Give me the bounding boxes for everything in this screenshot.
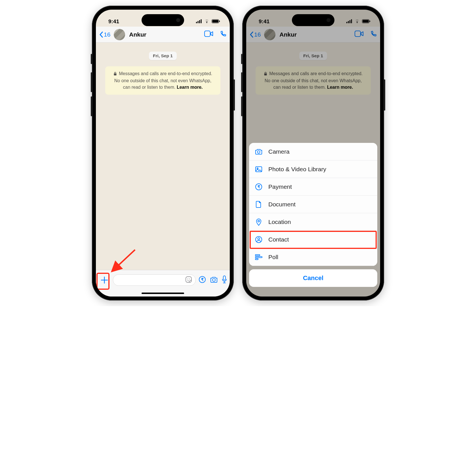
battery-icon: [212, 18, 220, 25]
status-icons: [196, 18, 220, 25]
attachment-action-sheet: Camera Photo & Video Library ₹ Payment: [249, 143, 377, 266]
learn-more-link[interactable]: Learn more.: [177, 85, 203, 90]
svg-line-16: [113, 250, 135, 270]
lock-icon: [113, 71, 117, 77]
volume-down-button[interactable]: [91, 96, 92, 116]
svg-rect-7: [205, 31, 210, 37]
svg-rect-35: [255, 257, 262, 258]
svg-rect-0: [196, 22, 197, 23]
voice-call-button[interactable]: [220, 31, 226, 39]
svg-point-31: [258, 220, 260, 222]
mute-switch[interactable]: [91, 54, 92, 64]
back-count: 16: [104, 31, 110, 38]
action-sheet-overlay[interactable]: Camera Photo & Video Library ₹ Payment: [246, 10, 380, 297]
sheet-item-photo-library[interactable]: Photo & Video Library: [249, 160, 377, 178]
rupee-icon: ₹: [255, 183, 263, 191]
svg-point-11: [189, 278, 190, 279]
avatar[interactable]: [114, 29, 125, 40]
home-indicator[interactable]: [96, 290, 230, 297]
svg-rect-34: [255, 255, 260, 256]
sheet-item-poll[interactable]: Poll: [249, 248, 377, 266]
microphone-icon[interactable]: [222, 276, 227, 285]
svg-point-28: [257, 168, 258, 169]
encryption-line3-prefix: can read or listen to them.: [123, 85, 176, 90]
camera-icon[interactable]: [210, 276, 218, 284]
sheet-item-contact[interactable]: Contact: [249, 231, 377, 248]
sticker-icon[interactable]: [185, 276, 192, 284]
chevron-left-icon: [99, 31, 103, 38]
video-call-button[interactable]: [204, 31, 213, 39]
screen-left: 9:41 16 Ankur: [96, 10, 230, 297]
svg-rect-2: [199, 20, 200, 23]
document-icon: [255, 201, 263, 208]
nav-header: 16 Ankur: [96, 27, 230, 43]
encryption-line2: No one outside of this chat, not even Wh…: [114, 78, 211, 83]
svg-text:₹: ₹: [258, 185, 260, 189]
contact-name[interactable]: Ankur: [129, 31, 202, 38]
cancel-button[interactable]: Cancel: [249, 269, 377, 287]
svg-text:₹: ₹: [201, 277, 204, 282]
svg-rect-1: [198, 21, 199, 23]
volume-up-button[interactable]: [241, 72, 243, 92]
sheet-item-camera[interactable]: Camera: [249, 143, 377, 160]
sheet-item-payment[interactable]: ₹ Payment: [249, 178, 377, 196]
dynamic-island: [142, 14, 184, 26]
cancel-label: Cancel: [303, 274, 323, 282]
power-button[interactable]: [233, 79, 235, 111]
phone-right-frame: 9:41 16 Ankur: [242, 6, 384, 300]
svg-point-26: [258, 151, 260, 153]
cellular-icon: [196, 18, 202, 25]
svg-rect-9: [186, 277, 191, 282]
location-icon: [255, 218, 263, 226]
sheet-item-label: Camera: [268, 148, 290, 155]
message-input[interactable]: [113, 274, 196, 286]
svg-rect-15: [223, 276, 226, 280]
attach-plus-button[interactable]: [99, 274, 110, 286]
sheet-item-label: Photo & Video Library: [268, 166, 326, 173]
sheet-item-label: Payment: [268, 183, 292, 190]
svg-rect-36: [255, 259, 258, 260]
date-pill: Fri, Sep 1: [149, 52, 177, 60]
phone-left-frame: 9:41 16 Ankur: [92, 6, 234, 300]
payment-icon[interactable]: ₹: [199, 276, 206, 284]
poll-icon: [255, 254, 263, 260]
sheet-item-label: Location: [268, 219, 291, 225]
sheet-item-location[interactable]: Location: [249, 213, 377, 231]
svg-point-33: [258, 238, 260, 240]
encryption-line1: Messages and calls are end-to-end encryp…: [119, 71, 212, 76]
sheet-item-document[interactable]: Document: [249, 196, 377, 213]
photo-icon: [255, 166, 263, 172]
encryption-notice[interactable]: Messages and calls are end-to-end encryp…: [105, 66, 220, 95]
screen-right: 9:41 16 Ankur: [246, 10, 380, 297]
camera-icon: [255, 149, 263, 155]
svg-rect-6: [219, 21, 220, 22]
status-time: 9:41: [108, 18, 119, 25]
svg-rect-5: [212, 20, 218, 23]
mute-switch[interactable]: [241, 54, 243, 64]
sheet-item-label: Contact: [268, 236, 289, 243]
svg-point-10: [188, 278, 188, 279]
plus-icon: [100, 276, 109, 284]
back-button[interactable]: 16: [99, 31, 110, 38]
wifi-icon: [204, 18, 210, 25]
sheet-item-label: Document: [268, 201, 296, 208]
svg-rect-8: [114, 73, 116, 75]
svg-point-14: [212, 278, 215, 281]
volume-down-button[interactable]: [241, 96, 243, 116]
annotation-arrow: [109, 248, 138, 274]
volume-up-button[interactable]: [91, 72, 92, 92]
chat-body[interactable]: Fri, Sep 1 Messages and calls are end-to…: [96, 43, 230, 270]
sheet-item-label: Poll: [268, 254, 278, 261]
power-button[interactable]: [384, 79, 385, 111]
contact-icon: [255, 236, 263, 243]
svg-rect-3: [201, 19, 202, 23]
